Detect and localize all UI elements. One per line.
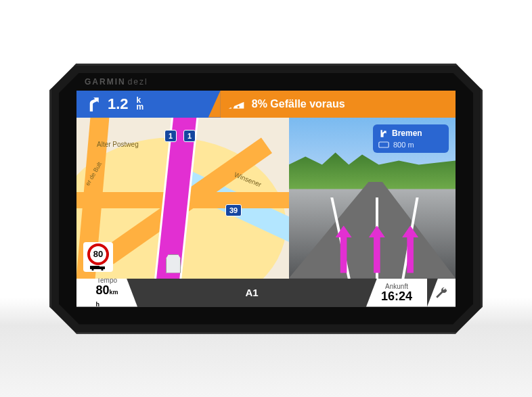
settings-button[interactable] [427,279,456,307]
split-view: 1 1 39 Alter Postweg er de Bult Winsener… [76,118,456,279]
road-warning-panel[interactable]: 8% Gefälle voraus [221,91,456,118]
speed-panel[interactable]: Tempo 80kmh [76,279,137,307]
svg-rect-4 [99,266,105,269]
sign-destination: Bremen [392,129,422,138]
brand-line1: GARMIN [85,77,126,87]
warning-text: 8% Gefälle voraus [252,98,345,110]
road-shield: 1 [164,130,177,142]
sign-destination-row: Bremen [378,129,443,138]
next-turn-panel[interactable]: 1.2 k m [76,91,221,118]
road-shield: 39 [225,204,242,216]
screen: 1.2 k m 8% Gefälle voraus [76,91,456,307]
overhead-sign: Bremen 800 m [373,124,449,153]
svg-rect-3 [90,266,99,269]
map-view[interactable]: 1 1 39 Alter Postweg er de Bult Winsener… [76,118,289,279]
sign-distance-row: 800 m [378,141,443,149]
next-turn-distance: 1.2 [108,95,129,113]
road-shield: 1 [183,130,196,142]
brand-label: GARMINdezl [85,77,148,87]
road-name-label: Alter Postweg [97,141,139,148]
svg-rect-7 [379,142,389,147]
brand-line2: dezl [128,77,148,87]
top-bar: 1.2 k m 8% Gefälle voraus [76,91,456,118]
speed-limit-value: 80 [87,243,109,265]
lane-assist-view[interactable]: Bremen 800 m [289,118,456,279]
device-bezel: GARMINdezl 1.2 k m 8% Gefälle voraus [49,64,483,334]
road-surface [289,182,456,279]
sign-distance: 800 m [393,141,414,149]
grade-warning-icon [227,97,245,111]
current-road[interactable]: A1 [137,279,366,307]
speed-value: 80kmh [95,284,118,307]
svg-point-2 [237,106,239,108]
ramp-right-icon [378,129,388,138]
arrival-panel[interactable]: Ankunft 16:24 [366,279,427,307]
arrival-value: 16:24 [381,290,412,302]
svg-point-1 [231,107,233,109]
speed-limit-sign[interactable]: 80 [83,242,113,272]
exit-icon [378,141,389,148]
bottom-bar: Tempo 80kmh A1 Ankunft 16:24 [76,279,456,307]
next-turn-unit: k m [137,97,144,110]
bear-right-icon [83,95,101,113]
wrench-icon [435,286,448,300]
vehicle-marker [166,254,181,273]
truck-icon [89,265,107,271]
